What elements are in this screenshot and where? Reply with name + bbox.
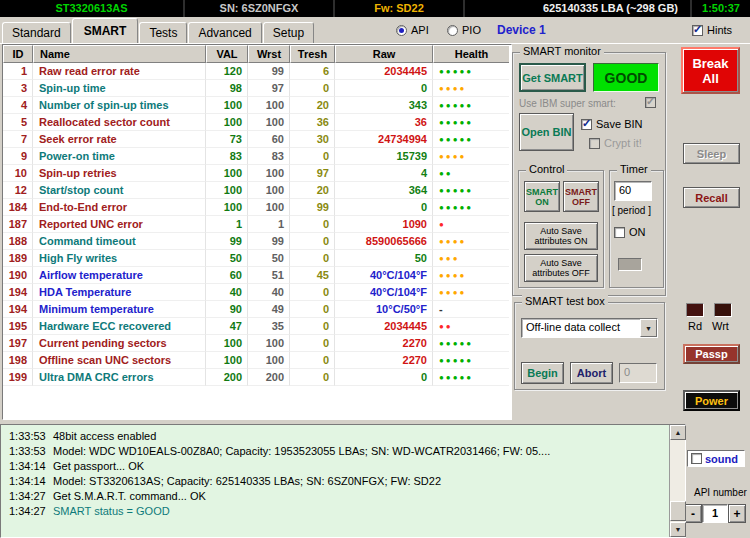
abort-button[interactable]: Abort bbox=[570, 362, 613, 384]
table-row[interactable]: 198 Offline scan UNC sectors 100 100 0 2… bbox=[3, 352, 511, 369]
begin-button[interactable]: Begin bbox=[521, 362, 564, 384]
log-line: 1:33:53 48bit access enabled bbox=[1, 429, 685, 444]
column-header-raw[interactable]: Raw bbox=[335, 45, 433, 63]
api-number-minus-button[interactable]: - bbox=[684, 504, 702, 523]
drive-serial: SN: 6SZ0NFGX bbox=[185, 0, 335, 17]
table-row[interactable]: 10 Spin-up retries 100 100 97 4 ●● bbox=[3, 165, 511, 182]
table-row[interactable]: 194 HDA Temperature 40 40 0 40°C/104°F ●… bbox=[3, 284, 511, 301]
pio-radio[interactable]: PIO bbox=[447, 24, 481, 36]
timer-on-label: ON bbox=[629, 226, 646, 238]
cell-wrst: 83 bbox=[248, 148, 290, 165]
table-row[interactable]: 5 Reallocated sector count 100 100 36 36… bbox=[3, 114, 511, 131]
good-status-indicator: GOOD bbox=[593, 63, 659, 92]
smart-test-dropdown[interactable]: Off-line data collect ▼ bbox=[521, 318, 658, 338]
table-row[interactable]: 1 Raw read error rate 120 99 6 2034445 ●… bbox=[3, 63, 511, 80]
scroll-down-icon[interactable]: ▼ bbox=[670, 522, 686, 537]
auto-save-on-button[interactable]: Auto Save attributes ON bbox=[524, 222, 598, 250]
smart-table: ID Name VAL Wrst Tresh Raw Health 1 Raw … bbox=[2, 44, 512, 420]
cell-wrst: 100 bbox=[248, 114, 290, 131]
cell-raw: 50 bbox=[335, 250, 433, 267]
table-row[interactable]: 184 End-to-End error 100 100 99 0 ●●●●● bbox=[3, 199, 511, 216]
column-header-health[interactable]: Health bbox=[433, 45, 509, 63]
write-activity-indicator bbox=[714, 303, 732, 317]
smart-test-dropdown-value: Off-line data collect bbox=[522, 319, 640, 337]
cell-health: ●●●●● bbox=[433, 114, 509, 131]
recall-button[interactable]: Recall bbox=[683, 187, 740, 208]
cell-raw: 15739 bbox=[335, 148, 433, 165]
cell-val: 98 bbox=[206, 80, 248, 97]
table-row[interactable]: 194 Minimum temperature 90 49 0 10°C/50°… bbox=[3, 301, 511, 318]
break-all-button[interactable]: Break All bbox=[681, 47, 740, 94]
table-row[interactable]: 188 Command timeout 99 99 0 8590065666 ●… bbox=[3, 233, 511, 250]
tab-smart[interactable]: SMART bbox=[72, 18, 139, 43]
table-row[interactable]: 195 Hardware ECC recovered 47 35 0 20344… bbox=[3, 318, 511, 335]
cell-health: ●●●●● bbox=[433, 352, 509, 369]
cell-wrst: 60 bbox=[248, 131, 290, 148]
control-group-title: Control bbox=[526, 163, 567, 175]
tab-row: Standard SMART Tests Advanced Setup API … bbox=[0, 17, 750, 44]
column-header-val[interactable]: VAL bbox=[206, 45, 248, 63]
crypt-it-label: Crypt it! bbox=[604, 137, 642, 149]
cell-raw: 8590065666 bbox=[335, 233, 433, 250]
cell-raw: 40°C/104°F bbox=[335, 284, 433, 301]
tab-advanced[interactable]: Advanced bbox=[188, 22, 261, 43]
power-button[interactable]: Power bbox=[683, 390, 740, 411]
api-radio[interactable]: API bbox=[396, 24, 429, 36]
smart-off-button[interactable]: SMART OFF bbox=[563, 181, 599, 212]
test-count-input: 0 bbox=[619, 363, 657, 383]
chevron-down-icon[interactable]: ▼ bbox=[640, 319, 657, 337]
sound-checkbox[interactable]: ✓ sound bbox=[687, 450, 745, 467]
scrollbar-thumb[interactable] bbox=[670, 501, 686, 521]
table-row[interactable]: 187 Reported UNC error 1 1 0 1090 ● bbox=[3, 216, 511, 233]
table-row[interactable]: 4 Number of spin-up times 100 100 20 343… bbox=[3, 97, 511, 114]
smart-on-button[interactable]: SMART ON bbox=[524, 181, 560, 212]
hints-label: Hints bbox=[707, 24, 732, 36]
cell-wrst: 100 bbox=[248, 335, 290, 352]
table-row[interactable]: 12 Start/stop count 100 100 20 364 ●●●●● bbox=[3, 182, 511, 199]
cell-health: ●●●● bbox=[433, 148, 509, 165]
api-radio-label: API bbox=[411, 24, 429, 36]
column-header-name[interactable]: Name bbox=[33, 45, 206, 63]
cell-wrst: 100 bbox=[248, 165, 290, 182]
api-number-plus-button[interactable]: + bbox=[728, 504, 746, 523]
table-row[interactable]: 7 Seek error rate 73 60 30 24734994 ●●●●… bbox=[3, 131, 511, 148]
cell-name: Raw read error rate bbox=[33, 63, 206, 80]
log-line: 1:34:14 Get passport... OK bbox=[1, 459, 685, 474]
tab-setup[interactable]: Setup bbox=[263, 22, 314, 43]
auto-save-off-button[interactable]: Auto Save attributes OFF bbox=[524, 254, 598, 282]
open-bin-button[interactable]: Open BIN bbox=[519, 113, 574, 151]
log-line: 1:34:27 SMART status = GOOD bbox=[1, 504, 685, 519]
timer-input[interactable]: 60 bbox=[614, 181, 652, 201]
timer-on-checkbox[interactable]: ✓ ON bbox=[614, 226, 646, 238]
scroll-up-icon[interactable]: ▲ bbox=[670, 425, 686, 440]
hints-checkbox[interactable]: ✓ Hints bbox=[692, 24, 732, 36]
column-header-id[interactable]: ID bbox=[3, 45, 33, 63]
write-indicator-label: Wrt bbox=[712, 320, 729, 332]
cell-wrst: 100 bbox=[248, 182, 290, 199]
cell-val: 60 bbox=[206, 267, 248, 284]
column-header-tresh[interactable]: Tresh bbox=[290, 45, 335, 63]
smart-monitor-title: SMART monitor bbox=[520, 45, 604, 57]
table-row[interactable]: 190 Airflow temperature 60 51 45 40°C/10… bbox=[3, 267, 511, 284]
log-scrollbar[interactable]: ▲ ▼ bbox=[669, 425, 685, 537]
read-activity-indicator bbox=[686, 303, 704, 317]
tab-standard[interactable]: Standard bbox=[2, 22, 71, 43]
get-smart-button[interactable]: Get SMART bbox=[519, 63, 586, 92]
table-row[interactable]: 197 Current pending sectors 100 100 0 22… bbox=[3, 335, 511, 352]
sleep-button[interactable]: Sleep bbox=[683, 143, 740, 164]
cell-name: Spin-up time bbox=[33, 80, 206, 97]
save-bin-checkbox[interactable]: ✓ Save BIN bbox=[581, 118, 642, 130]
cell-val: 50 bbox=[206, 250, 248, 267]
tab-tests[interactable]: Tests bbox=[139, 22, 187, 43]
checkbox-box: ✓ bbox=[614, 227, 625, 238]
table-row[interactable]: 9 Power-on time 83 83 0 15739 ●●●● bbox=[3, 148, 511, 165]
cell-health: ●●●●● bbox=[433, 199, 509, 216]
cell-name: Spin-up retries bbox=[33, 165, 206, 182]
table-row[interactable]: 199 Ultra DMA CRC errors 200 200 0 0 ●●●… bbox=[3, 369, 511, 386]
table-row[interactable]: 189 High Fly writes 50 50 0 50 ●●● bbox=[3, 250, 511, 267]
column-header-wrst[interactable]: Wrst bbox=[248, 45, 290, 63]
passp-button[interactable]: Passp bbox=[683, 344, 740, 364]
ibm-super-smart-label: Use IBM super smart: bbox=[519, 98, 616, 109]
api-number-value: 1 bbox=[702, 504, 728, 523]
table-row[interactable]: 3 Spin-up time 98 97 0 0 ●●●● bbox=[3, 80, 511, 97]
